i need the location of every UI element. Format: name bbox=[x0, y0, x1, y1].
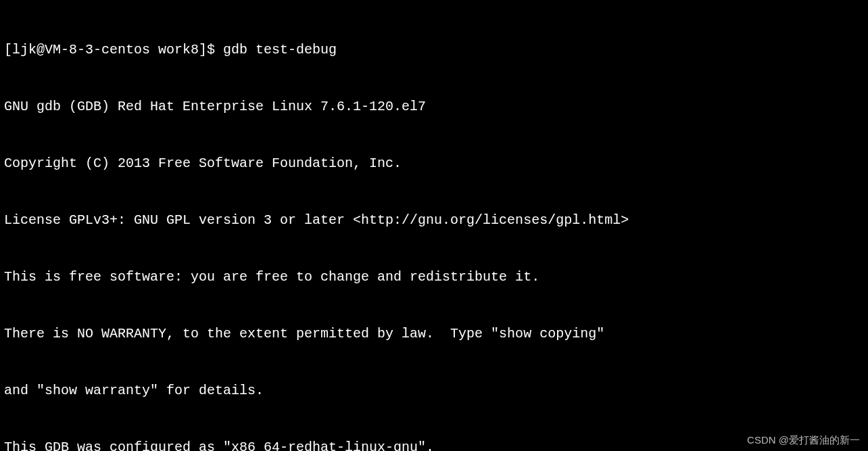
terminal-line: This GDB was configured as "x86_64-redha… bbox=[4, 438, 864, 451]
terminal-output[interactable]: [ljk@VM-8-3-centos work8]$ gdb test-debu… bbox=[4, 3, 864, 451]
terminal-line: There is NO WARRANTY, to the extent perm… bbox=[4, 325, 864, 343]
watermark-text: CSDN @爱打酱油的新一 bbox=[747, 433, 860, 447]
terminal-line: Copyright (C) 2013 Free Software Foundat… bbox=[4, 154, 864, 173]
terminal-line: GNU gdb (GDB) Red Hat Enterprise Linux 7… bbox=[4, 97, 864, 116]
terminal-line: License GPLv3+: GNU GPL version 3 or lat… bbox=[4, 211, 864, 230]
terminal-line: [ljk@VM-8-3-centos work8]$ gdb test-debu… bbox=[4, 41, 864, 60]
terminal-line: and "show warranty" for details. bbox=[4, 381, 864, 400]
terminal-line: This is free software: you are free to c… bbox=[4, 268, 864, 287]
